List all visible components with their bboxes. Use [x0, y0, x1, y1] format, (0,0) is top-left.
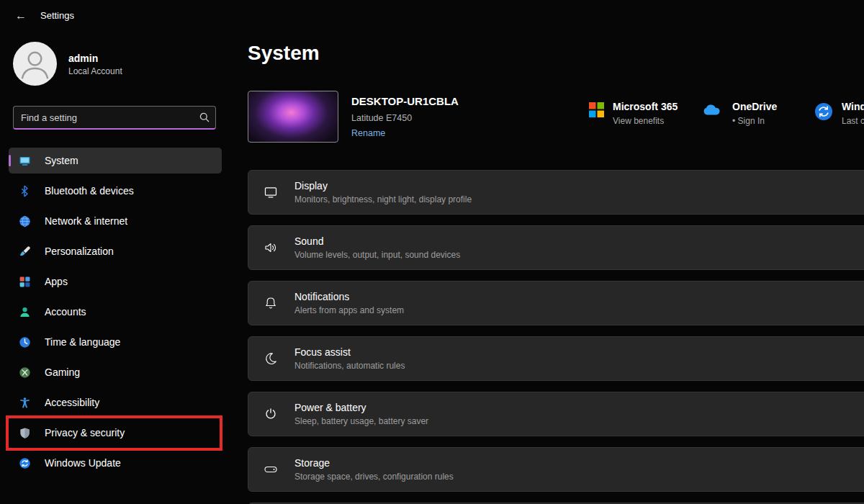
card-display[interactable]: Display Monitors, brightness, night ligh…: [248, 170, 864, 215]
sidebar-item-time-language[interactable]: Time & language: [9, 329, 222, 355]
promo-subtitle: View benefits: [613, 116, 678, 126]
sidebar-item-bluetooth-devices[interactable]: Bluetooth & devices: [9, 178, 222, 204]
sidebar-nav: System Bluetooth & devices: [9, 148, 222, 480]
promo-title: OneDrive: [732, 101, 777, 113]
device-model: Latitude E7450: [351, 113, 412, 123]
paintbrush-icon: [19, 246, 31, 258]
monitor-icon: [264, 185, 278, 199]
promo-onedrive[interactable]: OneDrive • Sign In: [702, 101, 777, 126]
card-subtitle: Alerts from apps and system: [294, 305, 404, 315]
card-subtitle: Storage space, drives, configuration rul…: [294, 472, 454, 482]
accessibility-person-icon: [19, 397, 31, 409]
card-focus-assist[interactable]: Focus assist Notifications, automatic ru…: [248, 336, 864, 381]
card-title: Sound: [294, 235, 460, 248]
crescent-moon-icon: [264, 351, 278, 366]
sidebar-item-label: Privacy & security: [45, 427, 125, 438]
sidebar-item-label: Time & language: [45, 336, 120, 348]
device-name: DESKTOP-UR1CBLA: [351, 95, 459, 107]
card-subtitle: Monitors, brightness, night light, displ…: [294, 194, 472, 204]
sidebar-item-accounts[interactable]: Accounts: [9, 299, 222, 325]
sidebar-item-label: Network & internet: [45, 215, 127, 227]
promo-windows-update[interactable]: Windows Update Last checked: [814, 101, 864, 126]
bluetooth-icon: [19, 185, 31, 197]
sidebar-item-label: Gaming: [45, 366, 80, 378]
sidebar-item-label: Personalization: [45, 246, 114, 257]
card-sound[interactable]: Sound Volume levels, output, input, soun…: [248, 225, 864, 270]
card-subtitle: Volume levels, output, input, sound devi…: [294, 250, 460, 260]
card-subtitle: Notifications, automatic rules: [294, 361, 405, 371]
profile-name: admin: [68, 53, 98, 64]
rename-link[interactable]: Rename: [351, 128, 385, 138]
settings-card-list: Display Monitors, brightness, night ligh…: [248, 170, 864, 504]
page-title: System: [248, 42, 320, 65]
power-symbol-icon: [264, 407, 278, 421]
sidebar: admin Local Account System: [0, 0, 230, 504]
promo-subtitle: Last checked: [842, 116, 864, 126]
sidebar-item-label: Apps: [45, 276, 68, 287]
storage-drive-icon: [264, 462, 278, 477]
onedrive-cloud-icon: [702, 101, 724, 126]
person-icon: [19, 306, 31, 318]
sidebar-item-privacy-security[interactable]: Privacy & security: [9, 420, 222, 446]
card-title: Power & battery: [294, 402, 428, 414]
sidebar-item-personalization[interactable]: Personalization: [9, 238, 222, 264]
shield-icon: [19, 427, 31, 439]
device-thumbnail-image: [248, 91, 338, 143]
card-title: Notifications: [294, 291, 404, 303]
sign-in-link[interactable]: • Sign In: [732, 116, 777, 126]
xbox-sphere-icon: [19, 366, 31, 379]
sidebar-item-label: Windows Update: [45, 457, 121, 469]
card-title: Display: [294, 180, 472, 192]
app-grid-icon: [19, 276, 31, 288]
promo-title: Windows Update: [842, 101, 864, 113]
sidebar-item-label: Bluetooth & devices: [45, 185, 134, 197]
speaker-icon: [264, 240, 278, 255]
system-monitor-icon: [19, 155, 31, 167]
card-power-battery[interactable]: Power & battery Sleep, battery usage, ba…: [248, 392, 864, 436]
windows-update-icon: [814, 101, 833, 126]
sidebar-item-label: System: [45, 155, 78, 166]
promo-title: Microsoft 365: [613, 101, 678, 113]
sidebar-item-gaming[interactable]: Gaming: [9, 359, 222, 385]
sidebar-item-accessibility[interactable]: Accessibility: [9, 390, 222, 415]
sidebar-item-label: Accessibility: [45, 397, 99, 408]
sidebar-item-network-internet[interactable]: Network & internet: [9, 208, 222, 234]
globe-icon: [19, 215, 31, 228]
microsoft-logo-icon: [589, 101, 604, 126]
bell-icon: [264, 296, 278, 310]
card-title: Focus assist: [294, 346, 405, 359]
promo-microsoft-365[interactable]: Microsoft 365 View benefits: [589, 101, 678, 126]
update-arrows-icon: [19, 457, 31, 469]
card-title: Storage: [294, 457, 454, 469]
sidebar-item-system[interactable]: System: [9, 148, 222, 174]
sidebar-item-label: Accounts: [45, 306, 86, 318]
sidebar-item-windows-update[interactable]: Windows Update: [9, 450, 222, 476]
main-content: System DESKTOP-UR1CBLA Latitude E7450 Re…: [248, 0, 864, 504]
search-icon: [199, 112, 210, 123]
card-subtitle: Sleep, battery usage, battery saver: [294, 416, 428, 426]
sidebar-item-apps[interactable]: Apps: [9, 269, 222, 294]
settings-window: ← Settings admin Local Account: [0, 0, 864, 504]
clock-icon: [19, 336, 31, 348]
card-storage[interactable]: Storage Storage space, drives, configura…: [248, 447, 864, 492]
avatar: [12, 41, 58, 86]
search-input[interactable]: [13, 106, 216, 130]
device-header: DESKTOP-UR1CBLA Latitude E7450 Rename Mi…: [248, 91, 864, 143]
profile-card[interactable]: admin Local Account: [12, 41, 221, 87]
card-notifications[interactable]: Notifications Alerts from apps and syste…: [248, 281, 864, 325]
profile-account-type: Local Account: [68, 66, 122, 76]
